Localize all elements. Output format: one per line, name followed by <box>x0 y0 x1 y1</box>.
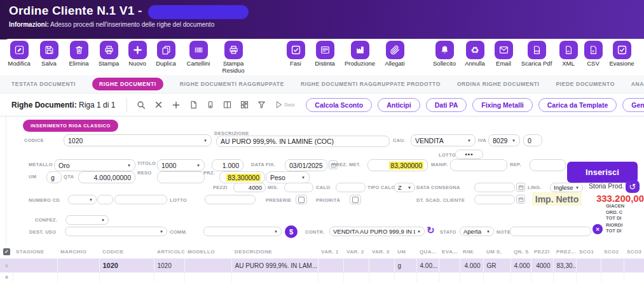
dt-scad-cliente-input[interactable] <box>474 195 515 204</box>
preserie-checkbox[interactable] <box>296 195 307 204</box>
currency-icon[interactable]: $ <box>285 225 298 238</box>
toolbar-button-email[interactable]: Email <box>491 41 516 67</box>
col-modello[interactable]: MODELLO <box>184 245 231 258</box>
metallo-select[interactable]: Oro▼ <box>54 159 135 171</box>
titolo-select[interactable]: 1000▼ <box>157 159 205 171</box>
toolbar-button-evasione[interactable]: Evasione <box>606 41 637 67</box>
tab-righe-documenti-raggruppate-prodotto[interactable]: RIGHE DOCUMENTI RAGGRUPPATE PRODOTTO <box>301 81 441 87</box>
lotto-picker-button[interactable]: ••• <box>455 150 483 159</box>
iva-percent-input[interactable]: 0 <box>523 134 542 146</box>
toolbar-button-duplica[interactable]: Duplica <box>152 41 180 67</box>
col-sco2[interactable]: SCO2 <box>601 245 624 258</box>
toolbar-button-modifica[interactable]: Modifica <box>5 41 33 67</box>
col-var2[interactable]: VAR. 2 <box>343 245 369 258</box>
row-bullet[interactable] <box>0 258 13 272</box>
col-descrizione[interactable]: DESCRIZIONE <box>231 245 318 258</box>
col-marchio[interactable]: MARCHIO <box>57 245 99 258</box>
col-um[interactable]: UM <box>394 245 416 258</box>
filter-button[interactable] <box>257 100 266 109</box>
toolbar-button-xml[interactable]: </> XML <box>557 41 580 67</box>
new-document-button[interactable] <box>189 100 198 109</box>
dest-uso-select[interactable]: ▼ <box>65 227 167 236</box>
qta-input[interactable]: 4.000,00000 <box>78 171 135 183</box>
lotto2-input[interactable] <box>205 195 256 204</box>
confez-select[interactable]: ▼ <box>65 215 109 225</box>
col-rim[interactable]: RIM. <box>460 245 483 258</box>
col-qua[interactable]: QUA... <box>416 245 439 258</box>
toolbar-button-stampa-residuo[interactable]: Stampa Residuo <box>217 41 250 74</box>
titolo-value-input[interactable]: 1.000 <box>212 159 243 171</box>
col-um-s[interactable]: UM S. <box>483 245 510 258</box>
anticipi-button[interactable]: Anticipi <box>378 98 420 112</box>
manif-input[interactable] <box>450 159 507 171</box>
comm-select[interactable]: ▼ <box>203 227 282 236</box>
dt-scad-cliente-calendar-button[interactable] <box>516 195 525 204</box>
col-codice[interactable]: CODICE <box>99 245 154 258</box>
col-sco3[interactable]: SCO3 <box>624 245 644 258</box>
col-var3[interactable]: VAR. 3 <box>369 245 394 258</box>
prz-input[interactable]: 83,300000 <box>219 171 265 183</box>
col-prez[interactable]: PREZ... <box>553 245 576 258</box>
columns-button[interactable] <box>223 100 232 109</box>
toolbar-button-stampa[interactable]: Stampa <box>95 41 123 67</box>
toolbar-button-distinta[interactable]: Distinta <box>310 41 339 67</box>
tab-righe-documenti-raggruppate[interactable]: RIGHE DOCUMENTI RAGGRUPPATE <box>180 81 284 87</box>
inserisci-button[interactable]: Inserisci <box>567 162 638 183</box>
rep-input[interactable] <box>530 159 566 171</box>
col-sco1[interactable]: SCO1 <box>576 245 601 258</box>
docs-button[interactable]: Docs <box>274 100 294 109</box>
tab-analitica[interactable]: ANALITICA <box>631 81 644 87</box>
iva-select[interactable]: 8029▼ <box>488 134 520 146</box>
dati-pa-button[interactable]: Dati PA <box>426 98 467 112</box>
um-input[interactable]: g <box>46 171 62 183</box>
genera-offerta-button[interactable]: Genera Offerta <box>622 98 644 112</box>
refresh-icon[interactable]: ↻ <box>427 225 435 236</box>
row-bullet[interactable] <box>0 272 13 282</box>
fixing-metalli-button[interactable]: Fixing Metalli <box>472 98 533 112</box>
carica-da-template-button[interactable]: Carica da Template <box>538 98 617 112</box>
cau-select[interactable]: VENDITA▼ <box>411 134 476 146</box>
ling-select[interactable]: Inglese▼ <box>550 183 583 192</box>
pezzi-input[interactable]: 4000 <box>233 183 266 192</box>
toolbar-button-elimina[interactable]: Elimina <box>65 41 93 67</box>
prez-met-input[interactable]: 83,300000 <box>367 159 428 171</box>
col-articolo[interactable]: ARTICOLO <box>154 245 184 258</box>
col-qn-s[interactable]: QN. S <box>510 245 531 258</box>
toolbar-button-allegati[interactable]: Allegati <box>380 41 409 67</box>
table-row[interactable] <box>0 272 644 282</box>
tab-piede-documento[interactable]: PIEDE DOCUMENTO <box>556 81 614 87</box>
close-icon[interactable]: ✕ <box>593 224 603 234</box>
clear-button[interactable] <box>154 100 163 109</box>
data-consegna-calendar-button[interactable] <box>516 183 525 192</box>
data-fix-input[interactable]: 03/01/2025 <box>285 159 327 171</box>
col-pezzi[interactable]: PEZZI <box>531 245 553 258</box>
col-stagione[interactable]: STAGIONE <box>13 245 57 258</box>
select-all-checkbox[interactable] <box>0 245 13 258</box>
device-button[interactable] <box>206 100 215 109</box>
numero-cd-input-2[interactable] <box>114 195 167 204</box>
add-row-button[interactable] <box>171 100 181 110</box>
numero-cd-select[interactable]: ▼ <box>68 195 97 204</box>
toolbar-button-scarica-pdf[interactable]: PDF Scarica Pdf <box>518 41 555 67</box>
toolbar-button-fasi[interactable]: Fasi <box>283 41 308 67</box>
layout-button[interactable] <box>240 100 249 109</box>
data-consegna-input[interactable] <box>474 183 515 192</box>
mis-input[interactable] <box>284 183 313 192</box>
col-var1[interactable]: VAR. 1 <box>318 245 343 258</box>
reso-input[interactable] <box>157 171 205 183</box>
toolbar-button-produzione[interactable]: Produzione <box>341 41 378 67</box>
tab-testata-documenti[interactable]: TESTATA DOCUMENTI <box>11 81 76 87</box>
note-input[interactable] <box>510 227 591 236</box>
toolbar-button-annulla[interactable]: ♻ Annulla <box>461 41 489 67</box>
toolbar-button-cartellini[interactable]: Cartellini <box>182 41 215 67</box>
descrizione-input[interactable]: AU PURO 999,9%. IN LAMINE (COC) <box>216 136 390 147</box>
toolbar-button-csv[interactable]: x CSV <box>582 41 605 67</box>
codice-select[interactable]: 1020▼ <box>64 134 212 146</box>
toolbar-button-sollecito[interactable]: Sollecito <box>430 41 459 67</box>
calo-input[interactable] <box>336 183 366 192</box>
contr-select[interactable]: VENDITA AU PURO 999,9 IN LA▼ <box>329 227 425 236</box>
tipo-calo-select[interactable]: Z▼ <box>394 183 415 192</box>
calcola-sconto-button[interactable]: Calcola Sconto <box>306 98 372 112</box>
tab-righe-documenti[interactable]: RIGHE DOCUMENTI <box>92 78 163 90</box>
numero-cd-input-1[interactable] <box>97 195 113 204</box>
